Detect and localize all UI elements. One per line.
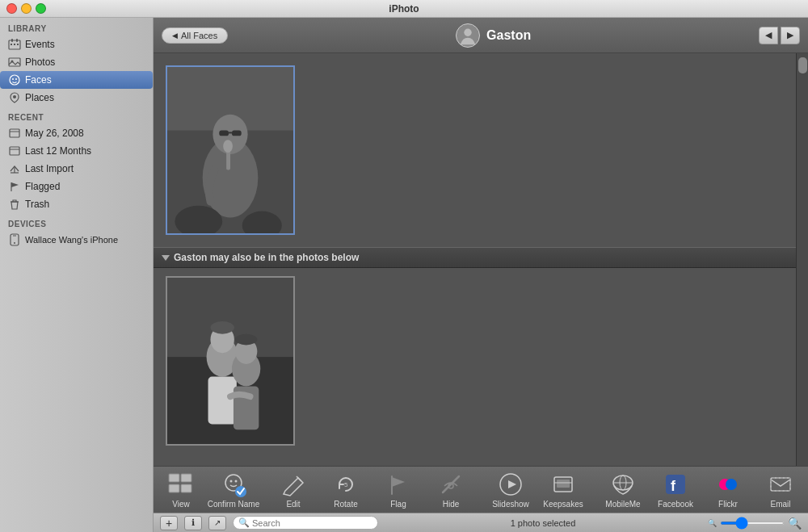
toolbar-item-facebook[interactable]: f Facebook [651,468,700,512]
content-scroll-wrapper: Gaston may also be in the photos below [154,53,808,466]
sidebar-item-may26[interactable]: May 26, 2008 [0,124,153,142]
photo-thumb-confirmed-1[interactable] [166,65,295,235]
view-icon [168,471,194,497]
svg-rect-2 [16,39,18,42]
face-name: Gaston [486,28,531,43]
faces-icon [8,73,21,86]
svg-line-58 [443,476,459,492]
toolbar-item-edit[interactable]: Edit [269,468,318,512]
sidebar-events-label: Events [25,39,55,50]
sidebar-item-lastimport[interactable]: Last Import [0,160,153,178]
zoom-control: 🔍 🔍 [708,517,802,530]
toolbar-item-flag[interactable]: Flag [374,468,423,512]
sidebar-trash-label: Trash [25,199,49,210]
flag-label: Flag [390,500,406,509]
toolbar-item-mobileme[interactable]: MobileMe [599,468,647,512]
scrollbar-thumb[interactable] [798,57,807,73]
titlebar: iPhoto [0,0,808,18]
mobileme-label: MobileMe [605,500,640,509]
maximize-button[interactable] [36,3,46,14]
keepsakes-icon [550,471,576,497]
nav-next-button[interactable]: ▶ [781,27,800,44]
sidebar-item-faces[interactable]: Faces [0,71,153,89]
recent-section-header: RECENT [0,107,153,124]
face-avatar [456,23,480,48]
window-title: iPhoto [389,3,419,15]
photo-thumb-maybe-1[interactable] [166,276,295,446]
facebook-icon: f [663,471,688,497]
top-bar: All Faces Gaston ◀ ▶ [154,18,808,53]
toolbar-item-rotate[interactable]: 5 Rotate [322,468,370,512]
close-button[interactable] [6,3,17,14]
toolbar-item-slideshow[interactable]: Slideshow [486,468,535,512]
all-faces-button[interactable]: All Faces [162,27,228,44]
content-scrollbar[interactable] [796,53,808,466]
section-divider-text: Gaston may also be in the photos below [174,252,359,263]
sidebar-lastimport-label: Last Import [25,163,74,174]
minimize-button[interactable] [21,3,32,14]
rotate-label: Rotate [334,500,357,509]
search-input[interactable] [252,518,372,528]
svg-point-53 [235,480,238,482]
sidebar-item-events[interactable]: Events [0,36,153,53]
slideshow-icon [498,471,524,497]
svg-point-52 [230,480,233,482]
maybe-photos-area [154,268,796,454]
svg-rect-50 [181,484,191,492]
sidebar-flagged-label: Flagged [25,181,60,192]
toolbar-item-keepsakes[interactable]: Keepsakes [539,468,587,512]
places-icon [8,91,21,104]
flagged-icon [8,180,21,193]
bottom-toolbar: View Confirm Name [154,466,808,513]
sidebar-item-last12months[interactable]: Last 12 Months [0,142,153,160]
trash-icon [8,198,21,211]
flickr-label: Flickr [718,500,738,509]
nav-prev-button[interactable]: ◀ [759,27,778,44]
flickr-icon [715,471,741,497]
sidebar-item-trash[interactable]: Trash [0,195,153,213]
toolbar-item-hide[interactable]: Hide [427,468,475,512]
svg-rect-12 [10,129,19,137]
flag-icon [385,471,411,497]
share-button[interactable]: ↗ [208,516,226,530]
svg-rect-4 [14,44,15,45]
sidebar-faces-label: Faces [25,74,52,86]
sidebar-item-flagged[interactable]: Flagged [0,178,153,195]
sidebar-device-label: Wallace Wang's iPhone [25,235,118,245]
status-bar: + ℹ ↗ 🔍 1 photo selected 🔍 🔍 [154,513,808,532]
svg-point-11 [13,95,16,98]
last12months-icon [8,145,21,157]
sidebar-item-places[interactable]: Places [0,89,153,107]
edit-label: Edit [286,500,300,509]
svg-rect-67 [666,475,685,494]
add-button[interactable]: + [160,516,178,530]
toolbar-item-confirm-name[interactable]: Confirm Name [209,468,258,512]
section-divider-triangle [162,255,170,261]
toolbar-item-email[interactable]: Email [756,468,805,512]
svg-rect-32 [232,130,242,136]
sidebar-item-photos[interactable]: Photos [0,53,153,71]
svg-point-45 [210,321,234,334]
svg-point-30 [223,140,233,153]
svg-point-9 [12,78,14,80]
svg-point-8 [10,75,19,85]
view-label: View [172,500,190,509]
toolbar-item-view[interactable]: View [157,468,205,512]
content-area: All Faces Gaston ◀ ▶ [154,18,808,532]
email-label: Email [770,500,790,509]
zoom-in-icon: 🔍 [788,517,802,530]
photo-image-1 [167,67,293,233]
window-controls [6,3,46,14]
sidebar-may26-label: May 26, 2008 [25,128,84,139]
toolbar-item-flickr[interactable]: Flickr [704,468,752,512]
svg-rect-14 [10,147,19,155]
zoom-slider[interactable] [720,522,785,525]
svg-text:5: 5 [344,481,348,488]
sidebar-item-device[interactable]: Wallace Wang's iPhone [0,231,153,249]
edit-icon [280,471,306,497]
info-button[interactable]: ℹ [184,516,202,530]
svg-point-24 [464,28,471,36]
content-scroll-inner: Gaston may also be in the photos below [154,53,796,466]
main-layout: LIBRARY Events [0,18,808,532]
email-icon [768,471,793,497]
